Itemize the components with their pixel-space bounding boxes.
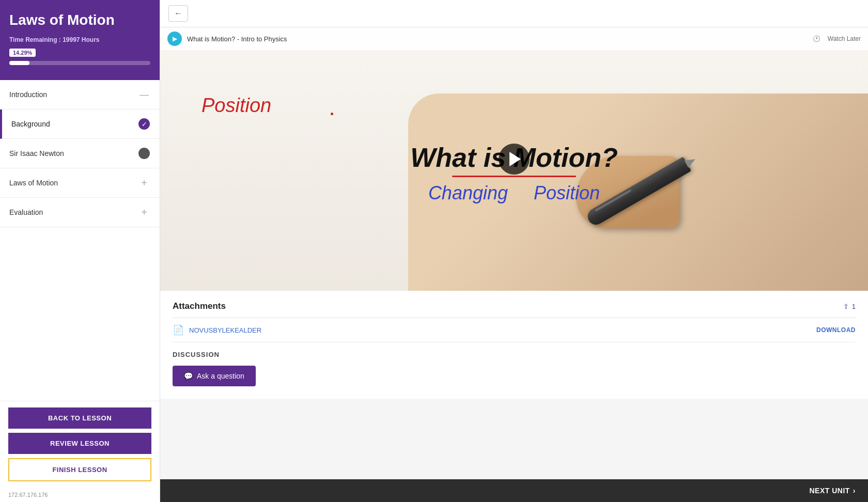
bottom-bar: NEXT UNIT › (160, 479, 868, 502)
main-scroll-area: ← ▶ What is Motion? - Intro to Physics 🕐… (160, 0, 868, 479)
video-section: ▶ What is Motion? - Intro to Physics 🕐 W… (160, 27, 868, 291)
sidebar-item-evaluation[interactable]: Evaluation + (0, 198, 160, 227)
circle-icon (138, 147, 150, 160)
whiteboard-dot (331, 113, 333, 115)
attachment-count-number: 1 (852, 303, 856, 310)
play-button[interactable] (499, 144, 530, 175)
sidebar-item-laws-of-motion[interactable]: Laws of Motion + (0, 168, 160, 198)
download-link[interactable]: DOWNLOAD (816, 326, 856, 334)
comment-icon: 💬 (184, 372, 193, 380)
finish-lesson-button[interactable]: FINISH LESSON (8, 458, 151, 481)
sidebar-item-sir-isaac-newton[interactable]: Sir Isaac Newton (0, 139, 160, 168)
attachment-left: 📄 NOVUSBYLEKEALDER (173, 324, 261, 336)
back-to-lesson-button[interactable]: BACK TO LESSON (8, 407, 151, 429)
discussion-title: DISCUSSION (173, 351, 856, 358)
watch-later-icon: 🕐 (813, 35, 820, 42)
attachment-row: 📄 NOVUSBYLEKEALDER DOWNLOAD (173, 318, 856, 342)
next-unit-arrow-icon: › (853, 487, 856, 495)
ip-address: 172.67.176.176 (0, 490, 160, 502)
progress-bar (9, 61, 150, 65)
upload-icon: ⇧ (843, 303, 849, 310)
attachments-section: Attachments ⇧ 1 📄 NOVUSBYLEKEALDER DOWNL… (160, 291, 868, 342)
sidebar-bottom-buttons: BACK TO LESSON REVIEW LESSON FINISH LESS… (0, 401, 160, 490)
watch-later-text[interactable]: Watch Later (828, 35, 861, 42)
sidebar-header: Laws of Motion Time Remaining : 19997 Ho… (0, 0, 160, 80)
time-remaining: Time Remaining : 19997 Hours (9, 36, 150, 43)
video-title: What is Motion? - Intro to Physics (187, 35, 287, 43)
file-icon: 📄 (173, 324, 184, 336)
top-bar: ← (160, 0, 868, 27)
whiteboard-area: What is Motion? Changing Position Positi… (160, 27, 868, 291)
course-title: Laws of Motion (9, 11, 150, 29)
plus-icon-eval: + (138, 206, 150, 218)
check-icon: ✓ (138, 118, 150, 130)
video-container: ▶ What is Motion? - Intro to Physics 🕐 W… (160, 27, 868, 291)
attachments-list: 📄 NOVUSBYLEKEALDER DOWNLOAD (173, 318, 856, 342)
next-unit-button[interactable]: NEXT UNIT › (809, 487, 856, 495)
back-arrow-button[interactable]: ← (168, 5, 188, 22)
main-content: ← ▶ What is Motion? - Intro to Physics 🕐… (160, 0, 868, 502)
title-underline (452, 176, 577, 177)
video-header-bar: ▶ What is Motion? - Intro to Physics 🕐 W… (160, 27, 868, 50)
nav-label-evaluation: Evaluation (9, 208, 43, 216)
sidebar-item-background[interactable]: Background ✓ (0, 109, 160, 139)
progress-label: 14.29% (9, 49, 36, 57)
next-unit-label: NEXT UNIT (809, 487, 849, 495)
review-lesson-button[interactable]: REVIEW LESSON (8, 433, 151, 454)
ask-question-label: Ask a question (197, 372, 244, 380)
plus-icon-laws: + (138, 177, 150, 189)
attachments-title: Attachments (173, 301, 226, 311)
whiteboard-subtitle: Changing Position (410, 182, 617, 204)
whiteboard-word: Position (202, 95, 271, 117)
nav-label-background: Background (11, 120, 50, 128)
minus-icon: — (138, 88, 150, 101)
attachment-count: ⇧ 1 (843, 303, 856, 310)
nav-label-sir-isaac-newton: Sir Isaac Newton (9, 149, 64, 158)
pen-tip (684, 155, 697, 168)
nav-label-introduction: Introduction (9, 90, 47, 99)
attachments-header: Attachments ⇧ 1 (173, 301, 856, 311)
attachment-filename[interactable]: NOVUSBYLEKEALDER (189, 326, 261, 334)
nav-list: Introduction — Background ✓ Sir Isaac Ne… (0, 80, 160, 401)
sidebar-item-introduction[interactable]: Introduction — (0, 80, 160, 109)
video-top-right: 🕐 Watch Later (813, 35, 861, 42)
play-triangle-icon (509, 152, 521, 166)
ask-question-button[interactable]: 💬 Ask a question (173, 366, 256, 386)
sidebar: Laws of Motion Time Remaining : 19997 Ho… (0, 0, 160, 502)
discussion-section: DISCUSSION 💬 Ask a question (160, 342, 868, 399)
progress-fill (9, 61, 29, 65)
nav-label-laws-of-motion: Laws of Motion (9, 179, 58, 187)
yt-logo-icon: ▶ (167, 32, 182, 46)
